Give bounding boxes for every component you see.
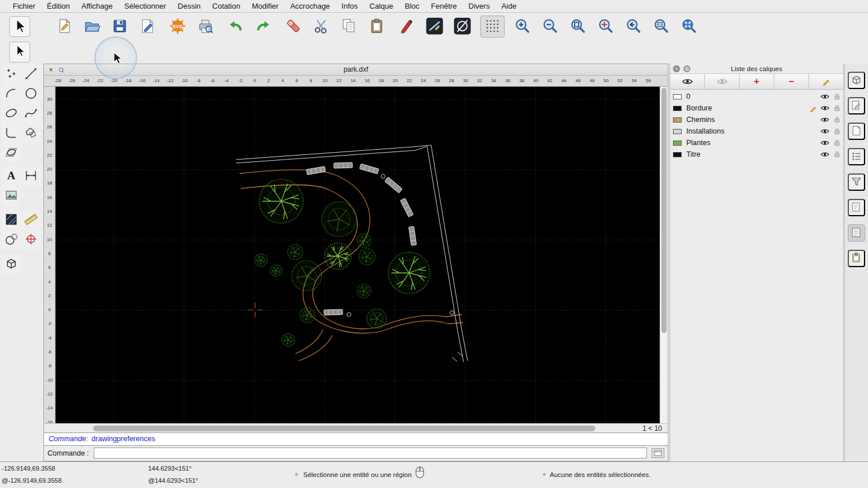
lock-icon[interactable]	[834, 116, 840, 123]
tool-snap-distance-button[interactable]	[21, 230, 41, 250]
eye-icon[interactable]	[821, 94, 829, 99]
command-input[interactable]	[94, 448, 647, 459]
menu-item-infos[interactable]: Infos	[336, 0, 363, 13]
layer-color-swatch[interactable]	[673, 129, 682, 134]
command-dock-button[interactable]	[652, 448, 664, 458]
line-attributes-button[interactable]	[422, 16, 447, 38]
edit-layer-button[interactable]	[809, 74, 843, 89]
layer-color-swatch[interactable]	[673, 117, 682, 123]
cut-button[interactable]	[309, 16, 333, 38]
horizontal-scrollbar[interactable]	[44, 424, 634, 433]
zoom-out-button[interactable]	[538, 16, 562, 38]
eye-icon[interactable]	[821, 140, 829, 146]
pen-attributes-button[interactable]	[395, 16, 419, 38]
layer-row-installations[interactable]: Installations	[670, 125, 843, 137]
zoom-auto-button[interactable]	[566, 16, 590, 38]
menu-item-edition[interactable]: Édition	[41, 0, 76, 13]
save-file-button[interactable]	[108, 16, 132, 38]
vertical-scrollbar[interactable]	[660, 87, 668, 423]
edit-drawing-button[interactable]	[135, 16, 160, 38]
zoom-previous-button[interactable]	[621, 16, 646, 38]
menu-item-dessin[interactable]: Dessin	[172, 0, 207, 13]
eye-icon[interactable]	[821, 117, 829, 123]
menu-item-selectionner[interactable]: Sélectionner	[119, 0, 172, 13]
remove-layer-button[interactable]: −	[774, 74, 809, 89]
delete-entities-button[interactable]	[281, 16, 306, 38]
menu-item-calque[interactable]: Calque	[363, 0, 399, 13]
dock-block-button[interactable]	[848, 72, 865, 89]
redo-button[interactable]	[251, 16, 275, 38]
print-preview-button[interactable]	[193, 16, 218, 38]
tool-ellipse-button[interactable]	[1, 104, 21, 124]
dock-list-button[interactable]	[848, 148, 865, 165]
undo-button[interactable]	[223, 16, 248, 38]
layer-color-swatch[interactable]	[673, 94, 682, 99]
dock-page-button[interactable]	[848, 123, 865, 140]
tool-hatch-button[interactable]	[1, 210, 21, 230]
tool-arc-button[interactable]	[1, 84, 21, 104]
layer-row-titre[interactable]: Titre	[670, 149, 843, 160]
add-layer-button[interactable]: +	[740, 74, 774, 89]
zoom-redraw-button[interactable]	[594, 16, 618, 38]
lock-icon[interactable]	[834, 128, 840, 135]
window-zoom-icon[interactable]	[57, 65, 66, 75]
lock-icon[interactable]	[834, 139, 840, 146]
selection-tool-button[interactable]	[9, 42, 30, 62]
tool-circle-button[interactable]	[21, 84, 41, 104]
dock-edit-button[interactable]	[848, 199, 865, 216]
zoom-in-button[interactable]	[510, 16, 535, 38]
drawing-canvas[interactable]	[56, 87, 660, 423]
panel-detach-button[interactable]: ⧉	[683, 65, 690, 72]
menu-item-fichier[interactable]: Fichier	[7, 0, 41, 13]
new-document-button[interactable]	[52, 16, 76, 38]
open-file-button[interactable]	[80, 16, 104, 38]
menu-item-cotation[interactable]: Cotation	[207, 0, 246, 13]
tool-spline-button[interactable]	[21, 104, 41, 124]
menu-item-divers[interactable]: Divers	[463, 0, 496, 13]
tool-measure-button[interactable]	[21, 210, 41, 230]
tool-polygon-button[interactable]	[21, 124, 41, 143]
window-close-button[interactable]: ×	[46, 65, 56, 75]
tool-corner-button[interactable]	[1, 124, 21, 143]
menu-item-modifier[interactable]: Modifier	[246, 0, 284, 13]
lock-icon[interactable]	[834, 105, 840, 112]
dock-notes-button[interactable]	[848, 224, 865, 242]
show-all-layers-button[interactable]	[670, 74, 705, 89]
layer-row-0[interactable]: 0	[670, 91, 843, 102]
layer-color-swatch[interactable]	[673, 106, 682, 111]
zoom-pan-button[interactable]	[677, 16, 701, 38]
lock-icon[interactable]	[834, 151, 840, 158]
layer-row-chemins[interactable]: Chemins	[670, 114, 843, 125]
eye-icon[interactable]	[821, 105, 829, 111]
menu-item-bloc[interactable]: Bloc	[399, 0, 425, 13]
hide-all-layers-button[interactable]	[705, 74, 740, 89]
layer-row-plantes[interactable]: Plantes	[670, 137, 843, 149]
tool-points-button[interactable]	[1, 65, 21, 84]
select-pointer-button[interactable]	[9, 16, 30, 37]
grid-toggle-button[interactable]	[480, 16, 505, 38]
eye-icon[interactable]	[821, 151, 829, 157]
menu-item-fenetre[interactable]: Fenêtre	[425, 0, 463, 13]
layer-row-bordure[interactable]: Bordure	[670, 102, 843, 114]
tool-line-button[interactable]	[21, 65, 41, 84]
tool-image-button[interactable]	[1, 186, 21, 206]
paste-button[interactable]	[365, 16, 389, 38]
dock-clipboard-button[interactable]	[848, 250, 865, 267]
copy-button[interactable]	[337, 16, 361, 38]
tool-ellipse-arc-button[interactable]	[1, 143, 21, 163]
tool-3d-box-button[interactable]	[1, 254, 21, 274]
horizontal-scrollbar-thumb[interactable]	[93, 426, 595, 431]
lock-icon[interactable]	[834, 93, 840, 100]
zoom-window-button[interactable]	[649, 16, 674, 38]
tool-circle-tangent-button[interactable]	[1, 230, 21, 250]
menu-item-accrochage[interactable]: Accrochage	[284, 0, 336, 13]
layer-color-swatch[interactable]	[673, 152, 682, 157]
vertical-scrollbar-thumb[interactable]	[661, 88, 667, 333]
tool-text-button[interactable]: A	[1, 167, 21, 186]
layer-color-swatch[interactable]	[673, 141, 682, 146]
dock-append-button[interactable]	[848, 97, 865, 114]
svg-export-button[interactable]: SVG	[165, 16, 190, 38]
eye-icon[interactable]	[821, 128, 829, 134]
dock-filter-button[interactable]	[848, 173, 865, 191]
panel-close-button[interactable]: ×	[673, 65, 680, 72]
